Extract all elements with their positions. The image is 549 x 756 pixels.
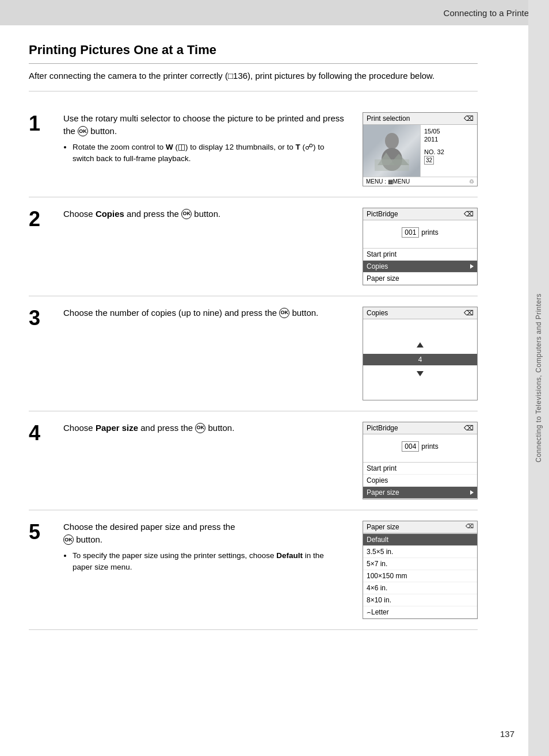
step-5-bullets: To specify the paper size using the prin…	[71, 550, 345, 574]
pb-body-4: 004 prints	[363, 434, 477, 462]
pb-body-2: 001 prints	[363, 220, 477, 248]
pictbridge-screen-copies: PictBridge ⌫ 001 prints Start print Copi…	[363, 208, 478, 285]
pb-menu-start-print-4: Start print	[363, 463, 477, 475]
screen-title-2: PictBridge	[367, 210, 398, 218]
pb-menu-2: Start print Copies Paper size	[363, 248, 477, 285]
ok-button-icon-1: OK	[78, 126, 88, 136]
step-3-image: Copies ⌫ 4	[357, 307, 478, 400]
step-5-text: Choose the desired paper size and press …	[63, 521, 345, 547]
copies-screen: Copies ⌫ 4	[363, 307, 478, 400]
step-3-content: Choose the number of copies (up to nine)…	[63, 307, 345, 323]
ps2-menu-100x150[interactable]: 100×150 mm	[363, 570, 477, 582]
page-heading: Printing Pictures One at a Time	[29, 43, 478, 64]
pb-menu-papersize-label-4: Paper size	[367, 488, 399, 497]
pb-menu-start-print-2: Start print	[363, 249, 477, 261]
ps-footer-icon: ♲	[469, 178, 474, 185]
step-4-image: PictBridge ⌫ 004 prints Start print Copi…	[357, 422, 478, 499]
step-5-image: Paper size ⌫ Default 3.5×5 in. 5×7 in. 1…	[357, 521, 478, 619]
usb-icon-3: ⌫	[464, 309, 474, 317]
intro-text: After connecting the camera to the print…	[29, 70, 478, 91]
step-5: 5 Choose the desired paper size and pres…	[29, 510, 478, 630]
copies-selected-row: 4	[363, 354, 477, 365]
pb-menu-paper-size-4[interactable]: Paper size	[363, 487, 477, 499]
ps-thumbnail	[363, 125, 421, 177]
pb-menu-4: Start print Copies Paper size	[363, 462, 477, 499]
step-5-content: Choose the desired paper size and press …	[63, 521, 345, 575]
pb-prints-label-4: prints	[421, 442, 438, 450]
pb-arrow-copies-2	[470, 264, 474, 269]
step-5-number: 5	[29, 522, 52, 543]
header-bar: Connecting to a Printer	[0, 0, 549, 25]
ps-no: NO. 32 32	[424, 148, 474, 165]
step-5-bullet-1: To specify the paper size using the prin…	[73, 550, 345, 574]
copies-down-arrow	[417, 370, 424, 378]
pb-menu-paper-size-2: Paper size	[363, 273, 477, 285]
screen-title-5: Paper size	[367, 523, 399, 531]
usb-icon-2: ⌫	[464, 210, 474, 218]
step-2-text: Choose Copies and press the OK button.	[63, 208, 345, 221]
screen-title-1: Print selection	[367, 114, 410, 123]
ok-button-icon-3: OK	[279, 308, 289, 318]
step-1-bullet-1: Rotate the zoom control to W (◫) to disp…	[73, 142, 345, 165]
pb-arrow-papersize-4	[470, 490, 474, 495]
step-4-content: Choose Paper size and press the OK butto…	[63, 422, 345, 438]
step-4-number: 4	[29, 423, 52, 444]
pictbridge-screen-papersize: PictBridge ⌫ 004 prints Start print Copi…	[363, 422, 478, 499]
ps-image-inner	[363, 125, 420, 177]
ps-no-box: 32	[424, 156, 434, 165]
step-1-content: Use the rotary multi selector to choose …	[63, 112, 345, 166]
usb-icon-4: ⌫	[464, 424, 474, 432]
print-selection-screen: Print selection ⌫	[363, 112, 478, 186]
pb-menu-copies-label-2: Copies	[367, 262, 388, 270]
screen-title-4: PictBridge	[367, 424, 398, 432]
ps2-menu-default[interactable]: Default	[363, 534, 477, 546]
step-1-text: Use the rotary multi selector to choose …	[63, 112, 345, 138]
step-1: 1 Use the rotary multi selector to choos…	[29, 102, 478, 197]
pb-prints-label-2: prints	[421, 228, 438, 236]
ok-button-icon-4: OK	[195, 423, 205, 433]
pb-prints-row-4: 004 prints	[368, 441, 472, 452]
ps2-menu-letter[interactable]: ⌢Letter	[363, 606, 477, 618]
pb-menu-copies-4: Copies	[363, 475, 477, 487]
step-2-image: PictBridge ⌫ 001 prints Start print Copi…	[357, 208, 478, 285]
screen-title-3: Copies	[367, 309, 388, 317]
screen-header-4: PictBridge ⌫	[363, 422, 477, 434]
sidebar-text: Connecting to Televisions, Computers and…	[528, 0, 549, 756]
step-1-number: 1	[29, 113, 52, 134]
ps-footer-left: MENU : ▦MENU	[366, 178, 410, 185]
step-2-number: 2	[29, 209, 52, 230]
main-content: Printing Pictures One at a Time After co…	[0, 25, 501, 647]
ok-button-icon-2: OK	[181, 209, 192, 219]
ps2-menu-3x5[interactable]: 3.5×5 in.	[363, 546, 477, 558]
header-title: Connecting to a Printer	[444, 8, 532, 18]
step-1-image: Print selection ⌫	[357, 112, 478, 186]
ps-date: 15/052011	[424, 127, 474, 144]
person-silhouette	[375, 131, 409, 171]
step-3: 3 Choose the number of copies (up to nin…	[29, 296, 478, 411]
ps2-menu-8x10[interactable]: 8×10 in.	[363, 594, 477, 606]
ps2-menu-5x7[interactable]: 5×7 in.	[363, 558, 477, 570]
page-number: 137	[500, 729, 514, 739]
sidebar-text-inner: Connecting to Televisions, Computers and…	[535, 293, 543, 463]
screen-header-5: Paper size ⌫	[363, 521, 477, 533]
pb-prints-value-4: 004	[402, 441, 419, 452]
screen-header-2: PictBridge ⌫	[363, 208, 477, 220]
step-2: 2 Choose Copies and press the OK button.…	[29, 197, 478, 296]
step-1-bullets: Rotate the zoom control to W (◫) to disp…	[71, 142, 345, 165]
step-2-content: Choose Copies and press the OK button.	[63, 208, 345, 224]
ps-footer: MENU : ▦MENU ♲	[363, 177, 477, 186]
usb-icon-5: ⌫	[466, 523, 474, 531]
step-4-text: Choose Paper size and press the OK butto…	[63, 422, 345, 435]
svg-point-0	[385, 133, 399, 149]
pb-menu-copies-2[interactable]: Copies	[363, 261, 477, 273]
pb-prints-value-2: 001	[402, 227, 419, 238]
ps-body: 15/052011 NO. 32 32	[363, 125, 477, 177]
paper-size-screen: Paper size ⌫ Default 3.5×5 in. 5×7 in. 1…	[363, 521, 478, 619]
step-3-text: Choose the number of copies (up to nine)…	[63, 307, 345, 320]
copies-value: 4	[418, 356, 422, 364]
step-3-number: 3	[29, 308, 52, 329]
ps2-menu-4x6[interactable]: 4×6 in.	[363, 582, 477, 594]
page-container: Connecting to a Printer Printing Picture…	[0, 0, 549, 756]
screen-header-3: Copies ⌫	[363, 307, 477, 319]
copies-up-arrow	[417, 341, 424, 349]
